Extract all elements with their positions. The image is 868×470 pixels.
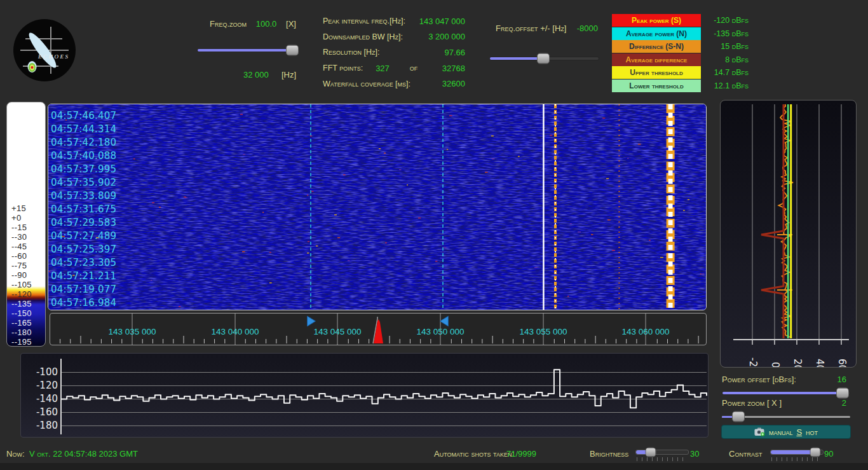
freq-zoom-value: 100.0 bbox=[256, 19, 277, 29]
graph-y-label: -100 bbox=[22, 366, 58, 378]
timestamp-label: 04:57:40.088 bbox=[51, 149, 116, 163]
power-zoom-slider[interactable] bbox=[722, 411, 850, 422]
display-legend-buttons: Peak power (S) Average power (N) Differe… bbox=[612, 14, 701, 92]
waterfall-signals bbox=[48, 104, 706, 310]
db-scale-label: --30 bbox=[11, 232, 27, 242]
freq-zoom-unit: [X] bbox=[286, 19, 296, 29]
history-x-label: 40 bbox=[813, 349, 825, 368]
info-row-waterfall-coverage: Waterfall coverage [ms]: 32600 bbox=[323, 76, 465, 92]
power-offset-label: Power offset [dBfs]: bbox=[722, 375, 796, 384]
freq-offset-handle[interactable] bbox=[537, 53, 550, 64]
power-offset-row: Power offset [dBfs]: 16 bbox=[722, 375, 846, 384]
camera-icon bbox=[754, 427, 765, 436]
history-x-label: -20 bbox=[746, 349, 759, 368]
timestamp-label: 04:57:29.583 bbox=[51, 216, 116, 230]
legend-value-peak-power: -120 dBfs bbox=[704, 14, 749, 27]
timestamp-label: 04:57:27.489 bbox=[51, 230, 116, 243]
brightness-slider[interactable] bbox=[635, 448, 689, 457]
legend-value-average-difference: 8 dBfs bbox=[704, 53, 749, 67]
power-spectrum-graph: -100-120-140-160-180 bbox=[20, 353, 709, 438]
db-scale-label: --15 bbox=[11, 223, 27, 232]
legend-button-average-power[interactable]: Average power (N) bbox=[612, 27, 701, 40]
freq-offset-label: Freq.offset +/- [Hz] bbox=[496, 24, 566, 33]
legend-value-lower-threshold: 12.1 dBfs bbox=[704, 79, 749, 93]
db-scale-label: +0 bbox=[11, 213, 21, 223]
db-scale-label: --195 bbox=[11, 337, 32, 347]
power-offset-handle[interactable] bbox=[836, 388, 849, 399]
legend-button-lower-threshold[interactable]: Lower threshold bbox=[612, 79, 701, 92]
brightness-track[interactable] bbox=[635, 450, 689, 455]
timestamp-label: 04:57:35.902 bbox=[51, 176, 116, 190]
interval-end-marker[interactable] bbox=[440, 316, 448, 326]
legend-button-difference[interactable]: Difference (S-N) bbox=[612, 40, 701, 53]
info-row-peak-interval-freq: Peak interval freq.[Hz]: 143 047 000 bbox=[323, 13, 465, 29]
contrast-label: Contrast bbox=[729, 449, 762, 459]
brightness-handle[interactable] bbox=[645, 448, 656, 457]
graph-y-label: -140 bbox=[22, 393, 58, 404]
manual-shot-label-key: S bbox=[796, 427, 802, 437]
power-zoom-label: Power zoom [ X ] bbox=[722, 398, 782, 408]
contrast-slider[interactable] bbox=[770, 448, 824, 457]
freq-tick-label: 143 040 000 bbox=[200, 327, 270, 336]
db-scale-label: --180 bbox=[11, 328, 32, 337]
brightness-value: 30 bbox=[690, 449, 699, 459]
brightness-label: Brightness bbox=[590, 449, 628, 459]
db-color-scale: +15+0--15--30--45--60--75--90--105--120-… bbox=[6, 102, 46, 347]
power-zoom-handle[interactable] bbox=[732, 411, 745, 422]
manual-shot-label-pre: manual bbox=[769, 427, 793, 437]
freq-zoom-handle[interactable] bbox=[286, 45, 299, 56]
contrast-value: 90 bbox=[824, 449, 833, 459]
freq-offset-slider[interactable] bbox=[489, 53, 599, 64]
freq-zoom-slider[interactable] bbox=[197, 45, 299, 55]
logo-text: ECHOES bbox=[37, 53, 70, 60]
timestamp-label: 04:57:44.314 bbox=[51, 123, 116, 136]
legend-button-average-difference[interactable]: Average difference bbox=[612, 53, 701, 66]
freq-tick-label: 143 055 000 bbox=[508, 327, 578, 336]
difference-history-plot: -200204060 bbox=[720, 100, 857, 368]
db-scale-label: --45 bbox=[11, 242, 27, 251]
spectrum-line bbox=[61, 370, 707, 408]
signal-info-panel: Peak interval freq.[Hz]: 143 047 000 Dow… bbox=[323, 13, 465, 92]
db-scale-label: +15 bbox=[11, 204, 26, 213]
timestamp-label: 04:57:16.984 bbox=[51, 296, 116, 310]
legend-value-difference: 15 dBfs bbox=[704, 40, 749, 53]
frequency-ruler: 143 035 000143 040 000143 045 000143 050… bbox=[50, 313, 707, 345]
freq-tick-label: 143 035 000 bbox=[97, 327, 167, 336]
shots-taken-label: Automatic shots taken: bbox=[434, 449, 514, 459]
legend-value-upper-threshold: 14.7 dBfs bbox=[704, 66, 749, 79]
manual-shot-button[interactable]: manual Shot bbox=[721, 425, 851, 439]
legend-button-upper-threshold[interactable]: Upper threshold bbox=[612, 66, 701, 79]
power-zoom-row: Power zoom [ X ] 2 bbox=[722, 398, 846, 408]
interval-start-marker[interactable] bbox=[308, 316, 316, 326]
freq-tick-label: 143 060 000 bbox=[611, 327, 681, 336]
echoes-logo: ECHOES bbox=[13, 18, 76, 82]
now-value: V окт. 22 04:57:48 2023 GMT bbox=[29, 449, 138, 459]
db-scale-label: --165 bbox=[11, 318, 32, 328]
freq-zoom-track[interactable] bbox=[197, 48, 299, 52]
average-difference-line bbox=[761, 104, 783, 338]
timestamp-label: 04:57:31.675 bbox=[51, 203, 116, 216]
db-scale-label: --75 bbox=[11, 261, 27, 270]
info-row-downsampled-bw: Downsampled BW [Hz]: 3 200 000 bbox=[323, 29, 465, 45]
timestamp-label: 04:57:21.211 bbox=[51, 270, 116, 283]
power-offset-slider[interactable] bbox=[722, 388, 850, 398]
legend-values: -120 dBfs -135 dBfs 15 dBfs 8 dBfs 14.7 … bbox=[704, 14, 749, 92]
contrast-handle[interactable] bbox=[810, 448, 820, 457]
timestamp-label: 04:57:42.180 bbox=[51, 136, 116, 149]
timestamp-label: 04:57:25.397 bbox=[51, 243, 116, 256]
power-zoom-value: 2 bbox=[842, 398, 846, 408]
freq-span-unit: [Hz] bbox=[281, 70, 296, 79]
window-bottom-strip bbox=[0, 463, 868, 470]
timestamp-label: 04:57:19.077 bbox=[51, 283, 116, 296]
timestamp-label: 04:57:23.305 bbox=[51, 256, 116, 270]
legend-button-peak-power[interactable]: Peak power (S) bbox=[612, 14, 701, 27]
power-offset-track[interactable] bbox=[722, 391, 850, 395]
freq-offset-row: Freq.offset +/- [Hz] -8000 bbox=[496, 24, 598, 33]
history-x-label: 20 bbox=[790, 349, 803, 368]
now-label: Now: bbox=[6, 449, 25, 459]
history-x-label: 60 bbox=[835, 349, 848, 368]
echoes-logo-icon: ECHOES bbox=[13, 18, 76, 82]
shots-taken-value: 71/9999 bbox=[506, 449, 536, 459]
db-scale-label: --90 bbox=[11, 270, 27, 280]
freq-span-value: 32 000 bbox=[243, 70, 269, 79]
